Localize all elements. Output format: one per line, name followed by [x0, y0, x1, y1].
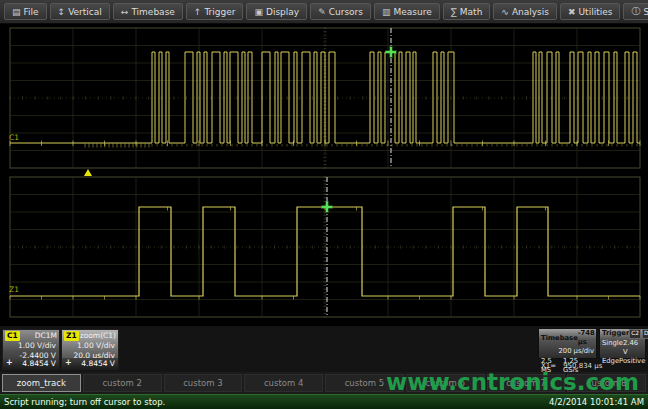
- trigger-title: Trigger: [602, 329, 629, 338]
- z1-waveform: [10, 207, 640, 296]
- status-message: Script running; turn off cursor to stop.: [4, 397, 165, 407]
- z1-source: zoom(C1): [80, 331, 116, 341]
- trigger-box[interactable]: Trigger C2 DC Single 2.46 V Edge Positiv…: [599, 328, 646, 359]
- analysis-chart-icon: ∿: [501, 7, 509, 17]
- menu-label: Vertical: [68, 7, 102, 17]
- trigger-coupling-badge: DC: [642, 329, 648, 339]
- file-icon: ▤: [12, 7, 21, 17]
- c1-cursor-value: 4.8454 V: [22, 359, 56, 369]
- z1-badge: Z1: [64, 331, 79, 341]
- menu-trigger-button[interactable]: ↑Trigger: [186, 3, 244, 20]
- menu-vertical-button[interactable]: ↕Vertical: [50, 3, 110, 20]
- clock: 4/2/2014 10:01:41 AM: [549, 397, 644, 407]
- menu-display-button[interactable]: ▣Display: [246, 3, 307, 20]
- timebase-box[interactable]: Timebase -748 µs 200 µs/div 2.5 MS 1.25 …: [538, 328, 597, 359]
- menu-items: ▤File↕Vertical↔Timebase↑Trigger▣Display✎…: [4, 3, 648, 20]
- menu-label: Trigger: [204, 7, 235, 17]
- menu-analysis-button[interactable]: ∿Analysis: [493, 3, 557, 20]
- custom-button-zoom_track[interactable]: zoom_track: [2, 374, 81, 392]
- support-info-icon: ⓘ: [631, 5, 640, 18]
- scope-grids[interactable]: C1Z1: [0, 24, 648, 326]
- z1-scale: 1.00 V/div: [62, 341, 118, 351]
- waveform-display[interactable]: C1Z1: [0, 24, 648, 326]
- menu-bar: ▤File↕Vertical↔Timebase↑Trigger▣Display✎…: [0, 0, 648, 24]
- horizontal-arrows-icon: ↔: [121, 7, 129, 17]
- custom-button-custom-2[interactable]: custom 2: [83, 374, 162, 392]
- timebase-title: Timebase: [541, 334, 578, 343]
- trace-label-c1: C1: [9, 133, 19, 142]
- c1-waveform: [10, 52, 640, 143]
- menu-timebase-button[interactable]: ↔Timebase: [113, 3, 183, 20]
- trigger-level: 2.46 V: [623, 339, 643, 357]
- crosshair-icon: +: [65, 358, 72, 368]
- menu-label: Display: [266, 7, 299, 17]
- display-icon: ▣: [254, 7, 263, 17]
- menu-label: File: [24, 7, 39, 17]
- cursor-pencil-icon: ✎: [318, 7, 326, 17]
- menu-math-button[interactable]: ∑Math: [443, 3, 491, 20]
- oscilloscope-screen: ▤File↕Vertical↔Timebase↑Trigger▣Display✎…: [0, 0, 648, 409]
- menu-label: Analysis: [512, 7, 549, 17]
- z1-cursor-value: 4.8454 V: [81, 359, 115, 369]
- timebase-scale: 200 µs/div: [539, 347, 596, 356]
- info-bar: C1 DC1M 1.00 V/div -2.4400 V + 4.8454 V …: [0, 326, 648, 372]
- custom-button-custom-3[interactable]: custom 3: [164, 374, 243, 392]
- menu-cursors-button[interactable]: ✎Cursors: [310, 3, 371, 20]
- crosshair-icon: +: [6, 358, 13, 368]
- trigger-edge-icon: ↑: [194, 7, 202, 17]
- menu-label: Math: [460, 7, 483, 17]
- menu-label: Measure: [394, 7, 432, 17]
- z1-descriptor-box[interactable]: Z1 zoom(C1) 1.00 V/div 20.0 µs/div + 4.8…: [61, 329, 119, 370]
- status-bar: Script running; turn off cursor to stop.…: [0, 394, 648, 409]
- trigger-position-marker: [84, 169, 92, 176]
- timebase-delay: -748 µs: [578, 329, 595, 347]
- trigger-type: Edge: [602, 357, 619, 366]
- c1-coupling: DC1M: [35, 331, 57, 341]
- menu-label: Support: [643, 7, 648, 17]
- c1-badge: C1: [5, 331, 20, 341]
- watermark: www.cntronics.com: [386, 369, 639, 395]
- menu-file-button[interactable]: ▤File: [4, 3, 47, 20]
- trigger-slope: Positive: [619, 357, 645, 366]
- menu-label: Utilities: [579, 7, 613, 17]
- trigger-mode: Single: [602, 339, 623, 357]
- trace-label-z1: Z1: [9, 285, 19, 294]
- vertical-arrows-icon: ↕: [58, 7, 66, 17]
- math-icon: ∑: [451, 7, 457, 17]
- menu-utilities-button[interactable]: ✖Utilities: [560, 3, 620, 20]
- trigger-source-badge: C2: [629, 329, 641, 339]
- utilities-icon: ✖: [568, 7, 576, 17]
- menu-measure-button[interactable]: ▥Measure: [374, 3, 440, 20]
- menu-label: Cursors: [329, 7, 363, 17]
- c1-scale: 1.00 V/div: [3, 341, 59, 351]
- menu-label: Timebase: [131, 7, 174, 17]
- measure-icon: ▥: [382, 7, 391, 17]
- menu-support-button[interactable]: ⓘSupport: [623, 3, 648, 20]
- c1-descriptor-box[interactable]: C1 DC1M 1.00 V/div -2.4400 V + 4.8454 V: [2, 329, 60, 370]
- custom-button-custom-4[interactable]: custom 4: [244, 374, 323, 392]
